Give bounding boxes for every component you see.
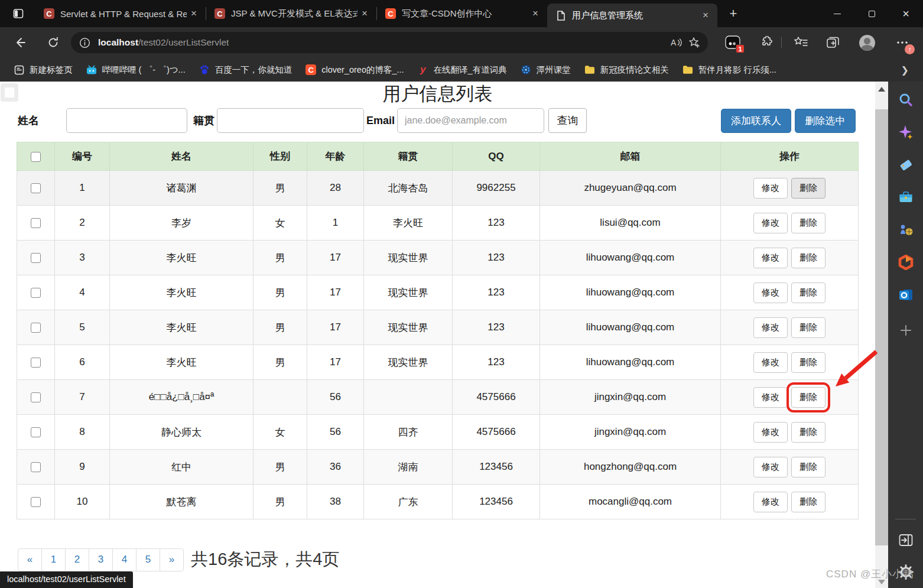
page-prev[interactable]: « (18, 548, 42, 571)
maximize-button[interactable] (854, 0, 889, 27)
scrollbar-thumb[interactable] (875, 109, 888, 545)
tab-close-icon[interactable]: × (528, 7, 542, 21)
cell-name: 李火旺 (110, 310, 254, 345)
select-all-checkbox[interactable] (31, 152, 41, 162)
edit-button[interactable]: 修改 (753, 492, 788, 512)
row-checkbox[interactable] (31, 288, 41, 298)
bookmarks-overflow-chevron-icon[interactable]: ❯ (901, 64, 909, 76)
add-favorite-icon[interactable] (685, 34, 703, 51)
query-button[interactable]: 查询 (548, 108, 587, 133)
delete-button[interactable]: 删除 (791, 422, 826, 443)
bookmark-bilibili[interactable]: 哔哩哔哩 ( ゜- ゜)つ... (86, 64, 186, 76)
add-contact-button[interactable]: 添加联系人 (721, 109, 791, 133)
new-tab-icon (14, 64, 24, 75)
page-3[interactable]: 3 (89, 548, 113, 571)
row-checkbox[interactable] (31, 218, 41, 228)
tab-close-icon[interactable]: × (698, 8, 713, 22)
delete-selected-button[interactable]: 删除选中 (795, 109, 856, 133)
row-checkbox[interactable] (31, 497, 41, 507)
read-aloud-icon[interactable]: A (668, 34, 685, 51)
name-input[interactable] (66, 108, 187, 133)
edit-button[interactable]: 修改 (753, 282, 788, 303)
tab-user-management-active[interactable]: 用户信息管理系统 × (547, 4, 717, 27)
url-text[interactable]: localhost/test02/userListServlet (98, 37, 668, 48)
cell-name: 李火旺 (110, 345, 254, 380)
delete-button[interactable]: 删除 (791, 178, 826, 199)
site-info-icon[interactable] (79, 37, 90, 48)
bookmark-csdn-blog[interactable]: C clover_oreo的博客_... (306, 64, 404, 76)
extension-item-icon[interactable]: 1 (723, 33, 743, 53)
browser-toolbar: localhost/test02/userListServlet A 1 ↑ (0, 27, 923, 58)
profile-avatar[interactable] (857, 33, 877, 53)
row-checkbox[interactable] (31, 358, 41, 368)
tab-servlet-http[interactable]: C Servlet & HTTP & Request & Res × (35, 0, 206, 27)
sidebar-add-icon[interactable] (895, 320, 916, 341)
row-checkbox[interactable] (31, 462, 41, 472)
tab-jsp-mvc[interactable]: C JSP & MVC开发模式 & EL表达式 × (206, 0, 376, 27)
close-button[interactable]: × (889, 0, 923, 27)
delete-button[interactable]: 删除 (791, 492, 826, 512)
delete-button[interactable]: 删除 (791, 213, 826, 233)
bookmark-folder-poem[interactable]: 暂伴月将影 行乐须... (682, 64, 776, 76)
bookmark-tanzhou[interactable]: 潭州课堂 (521, 64, 571, 76)
delete-button[interactable]: 删除 (791, 317, 826, 338)
bookmark-baidu[interactable]: 百度一下，你就知道 (199, 64, 292, 76)
cell-email: jingxin@qq.com (540, 380, 721, 415)
row-checkbox[interactable] (31, 392, 41, 402)
email-input[interactable] (397, 108, 544, 133)
tab-title: 用户信息管理系统 (572, 10, 698, 21)
copilot-discover-icon[interactable] (895, 122, 916, 143)
delete-button[interactable]: 删除 (791, 457, 826, 477)
favorites-icon[interactable] (791, 33, 811, 53)
search-icon[interactable] (895, 89, 916, 111)
tab-csdn-write[interactable]: C 写文章-CSDN创作中心 × (377, 0, 547, 27)
page-2[interactable]: 2 (65, 548, 89, 571)
tab-close-icon[interactable]: × (358, 7, 372, 21)
row-checkbox[interactable] (31, 323, 41, 333)
row-checkbox[interactable] (31, 427, 41, 437)
bookmark-folder-covid[interactable]: 新冠疫情论文相关 (584, 64, 669, 76)
office-icon[interactable] (895, 252, 916, 273)
page-5[interactable]: 5 (136, 548, 160, 571)
collections-icon[interactable] (823, 33, 843, 53)
edit-button[interactable]: 修改 (753, 178, 788, 199)
tab-close-icon[interactable]: × (187, 7, 201, 21)
bookmark-new-tab[interactable]: 新建标签页 (14, 64, 73, 76)
edit-button[interactable]: 修改 (753, 387, 788, 408)
outlook-icon[interactable] (895, 284, 916, 306)
minimize-button[interactable] (820, 0, 854, 27)
extensions-puzzle-icon[interactable] (756, 33, 776, 53)
origin-input[interactable] (217, 108, 364, 133)
edit-button[interactable]: 修改 (753, 248, 788, 268)
settings-more-icon[interactable]: ↑ (892, 33, 912, 53)
row-checkbox[interactable] (31, 183, 41, 193)
expand-panel-icon[interactable] (895, 529, 916, 551)
new-tab-button[interactable]: + (723, 5, 743, 22)
edit-button[interactable]: 修改 (753, 422, 788, 443)
page-1[interactable]: 1 (41, 548, 66, 571)
scrollbar-up-icon[interactable] (878, 87, 885, 92)
toolbox-icon[interactable] (895, 187, 916, 208)
delete-button[interactable]: 删除 (791, 248, 826, 268)
delete-button[interactable]: 删除 (791, 352, 826, 373)
address-bar[interactable]: localhost/test02/userListServlet A (71, 32, 708, 53)
cell-id: 1 (55, 171, 110, 206)
delete-button-annotated[interactable]: 删除 (791, 387, 826, 408)
edit-button[interactable]: 修改 (753, 457, 788, 477)
refresh-icon[interactable] (43, 32, 64, 53)
cell-qq: 123456 (453, 450, 540, 485)
edit-button[interactable]: 修改 (753, 352, 788, 373)
edit-button[interactable]: 修改 (753, 213, 788, 233)
tab-actions-menu-icon[interactable] (9, 5, 27, 22)
page-next[interactable]: » (160, 548, 184, 571)
page-scrollbar[interactable] (875, 82, 888, 588)
shopping-icon[interactable] (895, 154, 916, 176)
back-icon[interactable] (9, 32, 31, 53)
edit-button[interactable]: 修改 (753, 317, 788, 338)
page-4[interactable]: 4 (112, 548, 136, 571)
bookmark-youdao[interactable]: y 在线翻译_有道词典 (418, 64, 507, 76)
row-checkbox[interactable] (31, 253, 41, 263)
cell-age: 36 (307, 450, 364, 485)
delete-button[interactable]: 删除 (791, 282, 826, 303)
games-icon[interactable] (895, 219, 916, 241)
